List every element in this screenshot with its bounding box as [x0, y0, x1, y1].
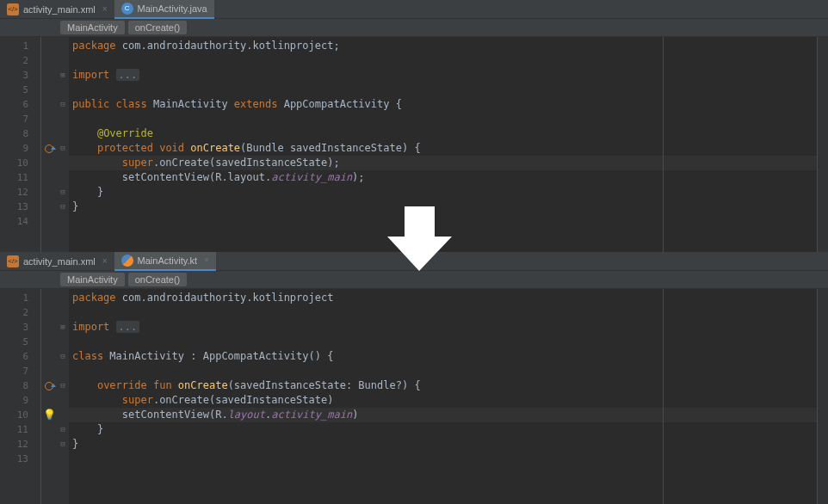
fold-icon[interactable]: ⊟ [57, 97, 69, 112]
right-margin-line [663, 37, 664, 252]
breadcrumb-class[interactable]: MainActivity [60, 273, 125, 286]
breadcrumb-class[interactable]: MainActivity [60, 21, 125, 34]
gutter-icons [41, 37, 57, 252]
tab-activity-main-xml[interactable]: </> activity_main.xml × [0, 0, 114, 19]
fold-column: ⊞ ⊟ ⊟ ⊟ ⊟ [57, 289, 69, 504]
tab-label: MainActivity.kt [138, 255, 197, 266]
right-gutter-strip [818, 289, 828, 504]
fold-icon[interactable]: ⊟ [57, 141, 69, 156]
conversion-arrow-icon [383, 202, 456, 275]
kotlin-file-icon [121, 255, 133, 267]
code-body-kotlin[interactable]: package com.androidauthority.kotlinproje… [69, 289, 818, 504]
breadcrumb-method[interactable]: onCreate() [128, 21, 188, 34]
close-icon[interactable]: × [102, 4, 108, 14]
xml-file-icon: </> [7, 3, 19, 15]
fold-icon[interactable]: ⊞ [57, 68, 69, 83]
breadcrumb-method[interactable]: onCreate() [128, 273, 188, 286]
fold-icon[interactable]: ⊟ [57, 200, 69, 214]
intention-bulb-icon[interactable]: 💡 [43, 408, 56, 422]
tab-bar-top: </> activity_main.xml × C MainActivity.j… [0, 0, 828, 19]
editor-pane-kotlin: </> activity_main.xml × MainActivity.kt … [0, 252, 828, 504]
line-number-gutter: 1 2 3 5 6 7 8 9 10 11 12 13 14 [0, 37, 41, 252]
breadcrumb-bar-top: MainActivity onCreate() [0, 19, 828, 37]
override-gutter-icon[interactable] [45, 382, 53, 390]
java-file-icon: C [121, 3, 133, 15]
tab-label: MainActivity.java [138, 3, 207, 14]
close-icon[interactable]: × [204, 255, 209, 265]
code-area-kotlin[interactable]: 1 2 3 5 6 7 8 9 10 11 12 13 💡 ⊞ ⊟ [0, 289, 828, 504]
right-margin-line [663, 289, 664, 504]
fold-icon[interactable]: ⊟ [57, 437, 69, 452]
fold-icon[interactable]: ⊟ [57, 378, 69, 393]
fold-column: ⊞ ⊟ ⊟ ⊟ ⊟ [57, 37, 69, 252]
fold-icon[interactable]: ⊞ [57, 320, 69, 335]
override-gutter-icon[interactable] [45, 144, 53, 153]
tab-mainactivity-kt[interactable]: MainActivity.kt × [114, 252, 216, 271]
gutter-icons: 💡 [41, 289, 57, 504]
tab-activity-main-xml-bottom[interactable]: </> activity_main.xml × [0, 252, 114, 271]
close-icon[interactable]: × [102, 256, 108, 266]
tab-label: activity_main.xml [23, 4, 96, 15]
right-gutter-strip [818, 37, 828, 252]
tab-label: activity_main.xml [23, 256, 96, 267]
fold-icon[interactable]: ⊟ [57, 349, 69, 364]
fold-icon[interactable]: ⊟ [57, 422, 69, 437]
xml-file-icon: </> [7, 255, 19, 267]
line-number-gutter: 1 2 3 5 6 7 8 9 10 11 12 13 [0, 289, 41, 504]
tab-mainactivity-java[interactable]: C MainActivity.java [114, 0, 214, 19]
fold-icon[interactable]: ⊟ [57, 185, 69, 200]
